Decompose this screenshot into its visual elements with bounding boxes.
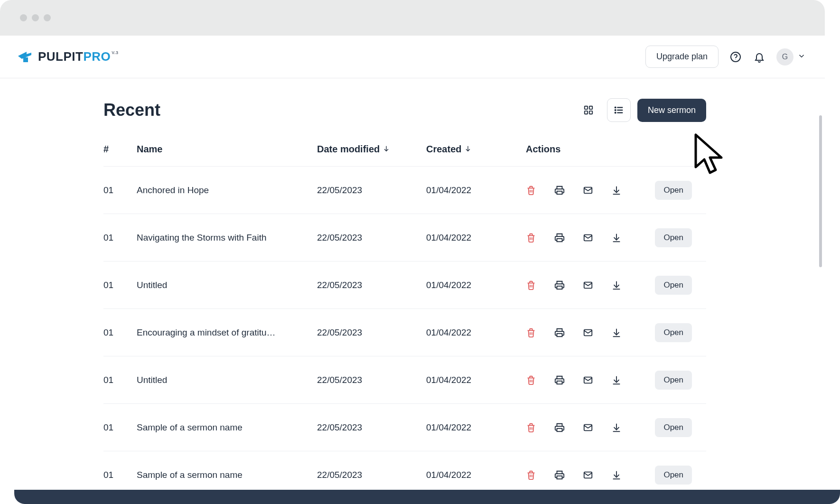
- mail-icon[interactable]: [583, 470, 593, 480]
- print-icon[interactable]: [554, 422, 565, 433]
- delete-icon[interactable]: [526, 185, 536, 196]
- page-title: Recent: [103, 100, 160, 120]
- row-name[interactable]: Sample of a sermon name: [137, 470, 317, 480]
- print-icon[interactable]: [554, 375, 565, 385]
- upgrade-plan-button[interactable]: Upgrade plan: [645, 46, 719, 68]
- row-index: 01: [103, 470, 137, 480]
- svg-rect-5: [585, 111, 588, 114]
- table-row: 01Untitled22/05/202301/04/2022Open: [103, 261, 706, 308]
- row-created: 01/04/2022: [426, 233, 526, 243]
- list-view-button[interactable]: [607, 98, 631, 122]
- grid-view-button[interactable]: [577, 98, 600, 122]
- download-icon[interactable]: [611, 375, 622, 385]
- row-created: 01/04/2022: [426, 185, 526, 196]
- mail-icon[interactable]: [583, 185, 593, 196]
- account-menu[interactable]: G: [776, 48, 806, 65]
- row-index: 01: [103, 233, 137, 243]
- download-icon[interactable]: [611, 327, 622, 338]
- svg-rect-3: [585, 106, 588, 109]
- svg-rect-21: [557, 381, 562, 383]
- svg-point-2: [735, 59, 736, 59]
- svg-rect-23: [557, 428, 562, 431]
- print-icon[interactable]: [554, 327, 565, 338]
- open-button[interactable]: Open: [655, 323, 692, 342]
- row-index: 01: [103, 280, 137, 290]
- col-index: #: [103, 144, 137, 155]
- content: Recent New sermon: [0, 78, 825, 490]
- row-index: 01: [103, 375, 137, 385]
- print-icon[interactable]: [554, 185, 565, 196]
- mail-icon[interactable]: [583, 422, 593, 433]
- delete-icon[interactable]: [526, 470, 536, 480]
- download-icon[interactable]: [611, 233, 622, 243]
- svg-rect-19: [557, 333, 562, 336]
- print-icon[interactable]: [554, 470, 565, 480]
- row-name[interactable]: Untitled: [137, 280, 317, 290]
- row-created: 01/04/2022: [426, 280, 526, 290]
- print-icon[interactable]: [554, 280, 565, 290]
- avatar: G: [776, 48, 793, 65]
- open-button[interactable]: Open: [655, 466, 692, 485]
- svg-point-10: [615, 107, 616, 108]
- col-date-modified[interactable]: Date modified: [317, 144, 426, 155]
- open-button[interactable]: Open: [655, 418, 692, 437]
- sort-desc-icon: [464, 144, 472, 155]
- help-icon[interactable]: [729, 50, 742, 64]
- window-chrome: [0, 0, 825, 36]
- row-index: 01: [103, 327, 137, 338]
- open-button[interactable]: Open: [655, 181, 692, 200]
- download-icon[interactable]: [611, 185, 622, 196]
- download-icon[interactable]: [611, 470, 622, 480]
- row-name[interactable]: Navigating the Storms with Faith: [137, 233, 317, 243]
- row-created: 01/04/2022: [426, 327, 526, 338]
- row-modified: 22/05/2023: [317, 422, 426, 433]
- mail-icon[interactable]: [583, 233, 593, 243]
- mail-icon[interactable]: [583, 327, 593, 338]
- new-sermon-button[interactable]: New sermon: [637, 99, 706, 122]
- sort-desc-icon: [383, 144, 390, 155]
- download-icon[interactable]: [611, 280, 622, 290]
- open-button[interactable]: Open: [655, 228, 692, 247]
- delete-icon[interactable]: [526, 375, 536, 385]
- row-name[interactable]: Encouraging a mindset of gratitu…: [137, 327, 317, 338]
- mail-icon[interactable]: [583, 280, 593, 290]
- table-row: 01Encouraging a mindset of gratitu…22/05…: [103, 308, 706, 356]
- traffic-light-minimize[interactable]: [32, 14, 39, 21]
- row-modified: 22/05/2023: [317, 185, 426, 196]
- table-row: 01Navigating the Storms with Faith22/05/…: [103, 214, 706, 261]
- open-button[interactable]: Open: [655, 371, 692, 390]
- delete-icon[interactable]: [526, 422, 536, 433]
- table-row: 01Sample of a sermon name22/05/202301/04…: [103, 403, 706, 451]
- svg-point-1: [731, 52, 740, 62]
- mail-icon[interactable]: [583, 375, 593, 385]
- open-button[interactable]: Open: [655, 276, 692, 295]
- download-icon[interactable]: [611, 422, 622, 433]
- notifications-icon[interactable]: [753, 50, 766, 64]
- traffic-light-maximize[interactable]: [44, 14, 51, 21]
- row-name[interactable]: Anchored in Hope: [137, 185, 317, 196]
- logo-mark-icon: [17, 50, 33, 64]
- chevron-down-icon: [797, 52, 806, 62]
- table-row: 01Untitled22/05/202301/04/2022Open: [103, 356, 706, 403]
- sermon-table: # Name Date modified Created A: [103, 144, 706, 490]
- col-created[interactable]: Created: [426, 144, 526, 155]
- row-index: 01: [103, 422, 137, 433]
- delete-icon[interactable]: [526, 233, 536, 243]
- frame-bottom: [14, 490, 840, 504]
- row-created: 01/04/2022: [426, 422, 526, 433]
- logo[interactable]: PULPITPROV.3: [17, 49, 117, 64]
- scrollbar[interactable]: [819, 115, 822, 267]
- topbar: PULPITPROV.3 Upgrade plan: [0, 36, 825, 78]
- print-icon[interactable]: [554, 233, 565, 243]
- table-row: 01Sample of a sermon name22/05/202301/04…: [103, 451, 706, 490]
- svg-rect-0: [23, 57, 28, 62]
- delete-icon[interactable]: [526, 280, 536, 290]
- col-name[interactable]: Name: [137, 144, 317, 155]
- row-created: 01/04/2022: [426, 375, 526, 385]
- svg-rect-13: [557, 191, 562, 194]
- delete-icon[interactable]: [526, 327, 536, 338]
- row-name[interactable]: Untitled: [137, 375, 317, 385]
- svg-rect-4: [589, 106, 592, 109]
- traffic-light-close[interactable]: [20, 14, 27, 21]
- row-name[interactable]: Sample of a sermon name: [137, 422, 317, 433]
